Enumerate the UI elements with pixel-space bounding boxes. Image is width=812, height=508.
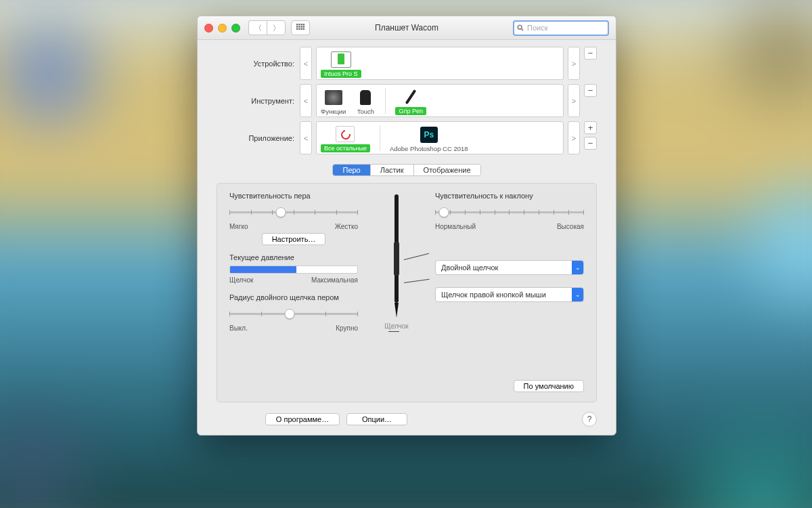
device-picker: Устройство: < Intuos Pro S > − — [217, 47, 597, 80]
svg-point-12 — [518, 25, 522, 29]
app-add-button[interactable]: + — [584, 121, 597, 134]
search-input[interactable] — [526, 23, 605, 33]
svg-rect-5 — [298, 26, 300, 27]
app-remove-button[interactable]: − — [584, 137, 597, 150]
tab-mapping[interactable]: Отображение — [414, 165, 480, 175]
default-button[interactable]: По умолчанию — [514, 380, 584, 392]
lead-line — [404, 253, 429, 260]
svg-rect-8 — [296, 28, 298, 30]
svg-rect-9 — [298, 28, 300, 30]
tablet-icon — [331, 51, 351, 68]
svg-line-13 — [522, 29, 524, 31]
dropdown-value: Двойной щелчок — [436, 263, 572, 272]
search-field[interactable] — [513, 20, 609, 36]
tool-remove-button[interactable]: − — [584, 84, 597, 97]
tool-item-grip-pen[interactable]: Grip Pen — [395, 88, 426, 115]
svg-rect-4 — [296, 26, 298, 27]
app-item-all[interactable]: Все остальные — [321, 125, 370, 152]
device-item[interactable]: Intuos Pro S — [321, 51, 361, 78]
svg-rect-11 — [303, 28, 304, 30]
pen-diagram: Щелчок — [367, 192, 426, 394]
tool-item-functions[interactable]: Функции — [321, 89, 346, 115]
svg-rect-0 — [296, 24, 298, 25]
tool-prev-button[interactable]: < — [300, 84, 312, 117]
svg-rect-15 — [394, 242, 399, 276]
tool-list[interactable]: Функции Touch Grip Pen — [316, 84, 564, 117]
chevron-down-icon: ⌄ — [572, 261, 583, 274]
device-list[interactable]: Intuos Pro S — [316, 47, 564, 80]
current-pressure-heading: Текущее давление — [229, 253, 358, 261]
divider — [380, 125, 380, 151]
about-button[interactable]: О программе… — [265, 413, 340, 425]
app-label: Приложение: — [217, 134, 296, 142]
device-next-button[interactable]: > — [568, 47, 580, 80]
minimize-icon[interactable] — [218, 24, 227, 33]
app-picker: Приложение: < Все остальные Ps Adobe Pho… — [217, 121, 597, 154]
app-item-label: Adobe Photoshop CC 2018 — [390, 145, 468, 152]
back-button[interactable]: 〈 — [248, 20, 267, 35]
svg-rect-3 — [303, 24, 304, 25]
tool-item-label: Touch — [357, 108, 374, 115]
current-pressure-bar — [229, 266, 358, 274]
pen-image-icon — [392, 194, 401, 320]
tool-item-touch[interactable]: Touch — [355, 89, 376, 115]
forward-button[interactable]: 〉 — [267, 20, 286, 35]
device-remove-button[interactable]: − — [584, 47, 597, 60]
dropdown-value: Щелчок правой кнопкой мыши — [436, 291, 572, 299]
grid-icon — [296, 24, 304, 32]
radius-slider[interactable] — [229, 308, 358, 319]
radius-endlabels: Выкл. Крупно — [229, 324, 358, 332]
svg-rect-7 — [303, 26, 304, 27]
prefs-window: 〈 〉 Планшет Wacom Устройство: < Intuos P — [197, 16, 616, 436]
nav-group: 〈 〉 — [248, 20, 286, 35]
app-next-button[interactable]: > — [568, 121, 580, 154]
right-column: Чувствительность к наклону Нормальный Вы… — [435, 192, 584, 394]
pen-tip-label: Щелчок — [384, 322, 408, 330]
pen-icon — [405, 89, 417, 104]
options-button[interactable]: Опции… — [346, 413, 407, 425]
tool-item-label: Grip Pen — [395, 107, 426, 115]
photoshop-icon: Ps — [420, 127, 438, 143]
device-item-label: Intuos Pro S — [321, 70, 361, 78]
pressure-slider[interactable] — [229, 207, 358, 217]
svg-rect-1 — [298, 24, 300, 25]
generic-app-icon — [336, 126, 355, 142]
svg-marker-16 — [394, 303, 399, 318]
touch-icon — [360, 90, 371, 105]
app-item-photoshop[interactable]: Ps Adobe Photoshop CC 2018 — [390, 126, 468, 152]
tilt-slider[interactable] — [435, 207, 584, 217]
pen-panel: Чувствительность пера Мягко Жестко Настр… — [217, 183, 597, 402]
help-button[interactable]: ? — [582, 412, 597, 427]
traffic-lights — [204, 24, 240, 33]
app-prev-button[interactable]: < — [300, 121, 312, 154]
titlebar: 〈 〉 Планшет Wacom — [198, 16, 616, 40]
svg-rect-2 — [301, 24, 302, 25]
lead-line — [404, 279, 430, 283]
tab-pen[interactable]: Перо — [333, 165, 370, 175]
bottom-bar: О программе… Опции… ? — [217, 406, 597, 432]
show-all-button[interactable] — [291, 20, 310, 35]
tab-eraser[interactable]: Ластик — [371, 165, 414, 175]
tool-next-button[interactable]: > — [568, 84, 580, 117]
pressure-heading: Чувствительность пера — [229, 192, 358, 200]
tool-picker: Инструмент: < Функции Touch Grip Pen > − — [217, 84, 597, 117]
lead-line — [388, 331, 399, 332]
device-prev-button[interactable]: < — [300, 47, 312, 80]
divider — [385, 88, 386, 114]
pressure-endlabels: Мягко Жестко — [229, 223, 358, 230]
svg-rect-6 — [301, 26, 302, 27]
customize-button[interactable]: Настроить… — [262, 233, 326, 245]
tab-bar: Перо Ластик Отображение — [332, 164, 480, 176]
chevron-down-icon: ⌄ — [572, 288, 583, 301]
tool-label: Инструмент: — [217, 97, 296, 105]
window-body: Устройство: < Intuos Pro S > − Инструмен… — [198, 40, 616, 435]
device-label: Устройство: — [217, 60, 296, 68]
functions-icon — [325, 90, 342, 105]
close-icon[interactable] — [204, 24, 213, 33]
tilt-heading: Чувствительность к наклону — [435, 192, 584, 200]
button-upper-dropdown[interactable]: Двойной щелчок ⌄ — [435, 260, 584, 275]
app-list[interactable]: Все остальные Ps Adobe Photoshop CC 2018 — [316, 121, 564, 154]
button-lower-dropdown[interactable]: Щелчок правой кнопкой мыши ⌄ — [435, 287, 584, 302]
current-pressure-endlabels: Щелчок Максимальная — [229, 276, 358, 284]
zoom-icon[interactable] — [231, 24, 240, 33]
